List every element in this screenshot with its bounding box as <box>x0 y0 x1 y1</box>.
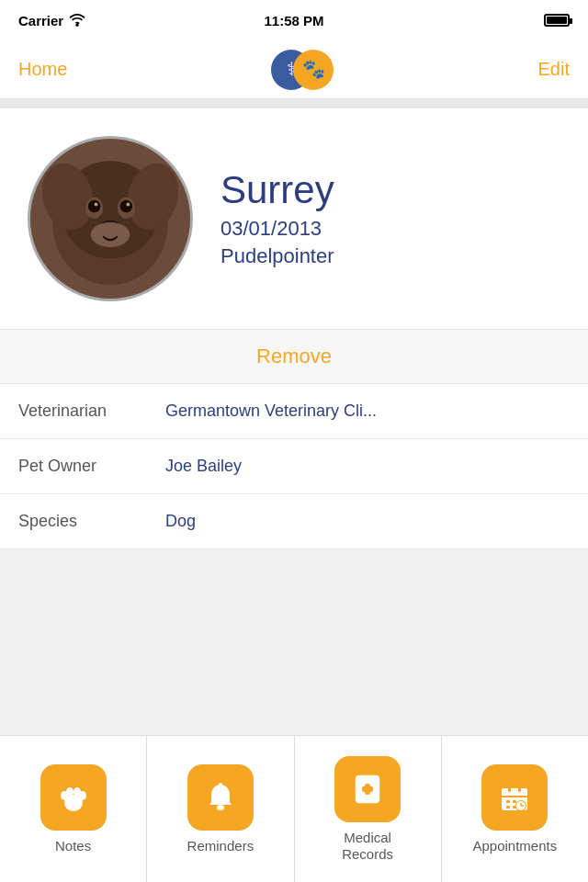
tab-notes[interactable]: Notes <box>0 736 147 882</box>
svg-rect-36 <box>506 806 510 808</box>
remove-section: Remove <box>0 329 588 384</box>
remove-button[interactable]: Remove <box>256 345 332 368</box>
logo-icon: ⚕ 🐾 <box>266 42 339 97</box>
tab-medical-records[interactable]: Medical Records <box>295 736 442 882</box>
veterinarian-label: Veterinarian <box>18 401 165 421</box>
notes-icon-circle <box>40 764 107 831</box>
svg-point-13 <box>95 203 98 207</box>
status-bar-time: 11:58 PM <box>264 13 323 28</box>
status-bar-right <box>544 14 570 27</box>
pet-dob: 03/01/2013 <box>220 217 560 241</box>
svg-point-19 <box>66 787 74 797</box>
medical-records-tab-label: Medical Records <box>342 830 393 863</box>
svg-rect-23 <box>219 783 222 786</box>
svg-point-16 <box>91 222 130 247</box>
species-label: Species <box>18 512 165 531</box>
home-button[interactable]: Home <box>18 59 67 80</box>
species-row: Species Dog <box>0 494 588 549</box>
battery-icon <box>544 14 570 27</box>
carrier-label: Carrier <box>18 13 63 28</box>
pet-owner-row: Pet Owner Joe Bailey <box>0 439 588 494</box>
svg-point-12 <box>120 200 133 213</box>
svg-rect-43 <box>518 786 521 792</box>
svg-rect-42 <box>508 786 511 792</box>
svg-text:🐾: 🐾 <box>302 58 325 80</box>
pet-owner-value[interactable]: Joe Bailey <box>165 457 570 476</box>
notes-tab-label: Notes <box>55 838 91 854</box>
svg-rect-28 <box>362 786 373 792</box>
svg-point-22 <box>217 805 224 810</box>
reminders-icon-circle <box>187 764 254 831</box>
veterinarian-value[interactable]: Germantown Veterinary Cli... <box>165 401 570 421</box>
appointments-tab-label: Appointments <box>473 838 558 854</box>
nav-bar: Home ⚕ 🐾 Edit <box>0 40 588 99</box>
pet-owner-label: Pet Owner <box>18 457 165 476</box>
wifi-icon <box>69 14 85 27</box>
dog-image <box>30 136 190 301</box>
pet-name: Surrey <box>220 169 560 211</box>
tab-reminders[interactable]: Reminders <box>147 736 294 882</box>
profile-section: Surrey 03/01/2013 Pudelpointer <box>0 108 588 329</box>
status-bar-left: Carrier <box>18 13 85 28</box>
app-logo: ⚕ 🐾 <box>266 42 339 97</box>
calendar-icon <box>496 779 533 816</box>
profile-info: Surrey 03/01/2013 Pudelpointer <box>220 169 560 268</box>
info-section: Veterinarian Germantown Veterinary Cli..… <box>0 384 588 549</box>
svg-rect-31 <box>502 788 527 797</box>
appointments-icon-circle <box>481 764 548 831</box>
species-value[interactable]: Dog <box>165 512 570 531</box>
edit-button[interactable]: Edit <box>538 59 570 80</box>
medical-icon <box>349 771 386 808</box>
medical-records-icon-circle <box>334 756 401 822</box>
tab-bar: Notes Reminders Medical R <box>0 735 588 882</box>
pet-avatar <box>28 136 193 301</box>
paw-icon <box>55 779 92 816</box>
tab-appointments[interactable]: Appointments <box>442 736 588 882</box>
svg-point-11 <box>88 200 101 213</box>
reminders-tab-label: Reminders <box>187 838 254 854</box>
status-bar: Carrier 11:58 PM <box>0 0 588 40</box>
svg-point-14 <box>126 203 130 207</box>
svg-point-21 <box>79 791 86 800</box>
separator <box>0 99 588 108</box>
pet-breed: Pudelpointer <box>220 244 560 268</box>
svg-rect-34 <box>513 800 516 803</box>
svg-rect-33 <box>506 800 510 803</box>
bell-icon <box>202 779 239 816</box>
veterinarian-row: Veterinarian Germantown Veterinary Cli..… <box>0 384 588 439</box>
